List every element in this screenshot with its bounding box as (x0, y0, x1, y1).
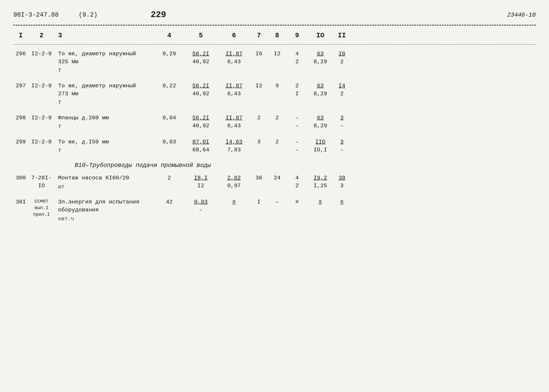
cell-description: Монтаж насоса КI60/20шт (55, 173, 154, 191)
table-row: 296I2-2-9То же, диаметр наружный 325 ммТ… (13, 46, 536, 78)
cell-col9: ≡ (287, 197, 307, 207)
cell-row-id: 300 (13, 173, 28, 183)
header-left: 90I-3-247.88 (9.2) 229 (13, 10, 166, 20)
cell-col10: 638,29 (307, 49, 334, 66)
cell-col10: ≡ (307, 197, 334, 207)
cell-col4: 0,03 (154, 137, 184, 147)
cell-row-id: 297 (13, 81, 28, 91)
col-header-9: 9 (287, 32, 307, 39)
cell-code: I2-2-8 (28, 137, 55, 147)
col-header-5: 5 (184, 32, 217, 39)
section-b10-header: B10–Трубопроводы подачи промывной воды (13, 159, 536, 170)
table-row: 298I2-2-9Фланцы д.200 ммТ0,0456,2I40,92I… (13, 110, 536, 134)
cell-row-id: 299 (13, 137, 28, 147)
cell-col5: 56,2I40,92 (184, 81, 217, 98)
cell-col9: 2I (287, 81, 307, 98)
cell-description: То же, д.I50 ммТ (55, 137, 154, 155)
cell-col8: – (267, 197, 287, 207)
doc-code: 90I-3-247.88 (13, 11, 59, 18)
cell-col6: 2,020,97 (217, 173, 250, 190)
cell-col5: 0,03– (184, 197, 217, 215)
cell-row-id: 298 (13, 113, 28, 123)
header-divider (13, 44, 536, 45)
cell-description: То же, диаметр наружный 273 ммТ (55, 81, 154, 107)
cell-col11: I82 (334, 49, 350, 66)
cell-col7: 2 (250, 113, 267, 123)
table-row: 299I2-2-8То же, д.I50 ммТ0,0387,0I68,64I… (13, 134, 536, 159)
cell-col8: 9 (267, 81, 287, 91)
cell-col5: 56,2I40,92 (184, 49, 217, 66)
cell-col8: 24 (267, 173, 287, 183)
cell-code: 7-28I-IO (28, 173, 55, 190)
cell-col6: II,876,43 (217, 49, 250, 66)
cell-description: То же, диаметр наружный 325 ммТ (55, 49, 154, 75)
col-header-10: IO (307, 32, 334, 39)
cell-col4: 42 (154, 197, 184, 207)
cell-col10: I9,2I,25 (307, 173, 334, 190)
doc-sub: (9.2) (79, 11, 97, 18)
cell-col9: 42 (287, 173, 307, 190)
cell-col6: I4,637,83 (217, 137, 250, 154)
cell-col6: ≡ (217, 197, 250, 207)
cell-col4: 0,04 (154, 113, 184, 123)
cell-col10: 638,29 (307, 81, 334, 98)
column-headers: I 2 3 4 5 6 7 8 9 IO II (13, 28, 536, 43)
cell-col10: IIOIO,I (307, 137, 334, 154)
doc-ref: 23446-10 (507, 12, 536, 18)
cell-col9: 42 (287, 49, 307, 66)
col-header-6: 6 (217, 32, 250, 39)
cell-col4: 2 (154, 173, 184, 183)
cell-code: CCM07 вып.I прил.I (28, 197, 55, 218)
col-header-2: 2 (28, 32, 55, 39)
cell-col4: 0,22 (154, 81, 184, 91)
cell-col11: 3– (334, 137, 350, 154)
page: 90I-3-247.88 (9.2) 229 23446-10 I 2 3 4 … (0, 0, 549, 392)
header-row: 90I-3-247.88 (9.2) 229 23446-10 (13, 10, 536, 20)
table-row: 30ICCM07 вып.I прил.IЭл.энергия для испы… (13, 195, 536, 227)
cell-col4: 0,29 (154, 49, 184, 59)
cell-col11: ≡ (334, 197, 350, 207)
cell-col5: 87,0I68,64 (184, 137, 217, 154)
cell-code: I2-2-9 (28, 113, 55, 123)
cell-col7: I (250, 197, 267, 207)
cell-col8: I2 (267, 49, 287, 59)
data-table: 296I2-2-9То же, диаметр наружный 325 ммТ… (13, 46, 536, 227)
cell-col5: I8,II2 (184, 173, 217, 190)
col-header-1: I (13, 32, 28, 39)
cell-col7: 36 (250, 173, 267, 183)
col-header-11: II (334, 32, 350, 39)
cell-col6: II,876,43 (217, 113, 250, 130)
cell-col9: –– (287, 113, 307, 130)
col-header-7: 7 (250, 32, 267, 39)
col-header-4: 4 (154, 32, 184, 39)
table-row: 3007-28I-IOМонтаж насоса КI60/20шт2I8,II… (13, 170, 536, 195)
cell-col7: I2 (250, 81, 267, 91)
cell-col7: I6 (250, 49, 267, 59)
cell-col6: II,876,43 (217, 81, 250, 98)
cell-col8: 2 (267, 137, 287, 147)
cell-row-id: 30I (13, 197, 28, 207)
cell-code: I2-2-9 (28, 49, 55, 59)
cell-row-id: 296 (13, 49, 28, 59)
col-header-3: 3 (55, 32, 154, 39)
cell-col11: I42 (334, 81, 350, 98)
cell-col10: 638,29 (307, 113, 334, 130)
cell-description: Фланцы д.200 ммТ (55, 113, 154, 131)
cell-code: I2-2-9 (28, 81, 55, 91)
col-header-8: 8 (267, 32, 287, 39)
cell-description: Эл.энергия для испытания оборудованияквт… (55, 197, 154, 223)
page-number: 229 (151, 10, 166, 20)
cell-col9: –– (287, 137, 307, 154)
cell-col7: 3 (250, 137, 267, 147)
table-row: 297I2-2-9То же, диаметр наружный 273 ммТ… (13, 78, 536, 110)
cell-col11: 383 (334, 173, 350, 190)
cell-col8: 2 (267, 113, 287, 123)
cell-col5: 56,2I40,92 (184, 113, 217, 130)
top-divider (13, 25, 536, 26)
cell-col11: 3– (334, 113, 350, 130)
